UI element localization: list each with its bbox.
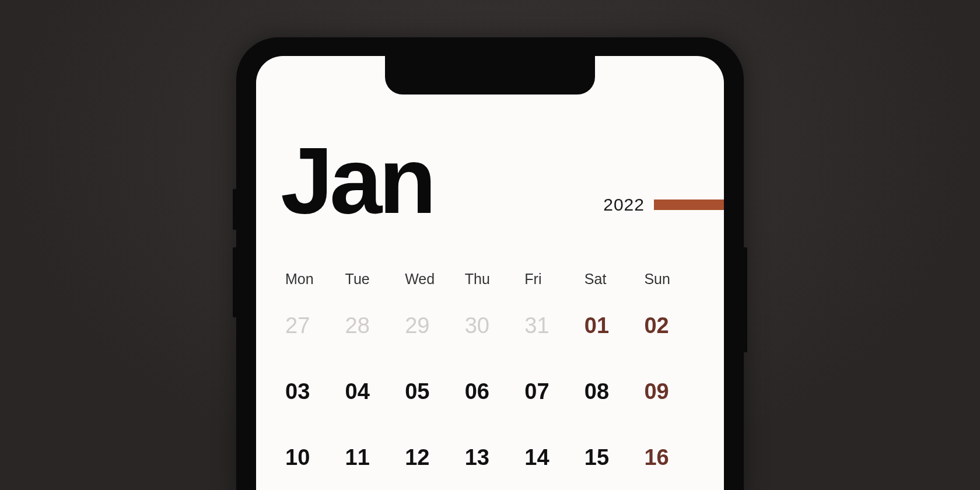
date-cell[interactable]: 04	[341, 379, 401, 404]
phone-notch	[385, 56, 595, 94]
date-cell[interactable]: 12	[400, 445, 460, 470]
date-cell[interactable]: 06	[460, 379, 520, 404]
date-cell[interactable]: 29	[400, 313, 460, 338]
date-cell[interactable]: 05	[400, 379, 460, 404]
date-cell[interactable]: 27	[281, 313, 341, 338]
weekday-sun: Sun	[639, 271, 699, 288]
weekday-fri: Fri	[520, 271, 580, 288]
date-cell[interactable]: 07	[520, 379, 580, 404]
date-row: 03040506070809	[281, 379, 699, 404]
date-cell[interactable]: 14	[520, 445, 580, 470]
date-cell[interactable]: 02	[639, 313, 699, 338]
weekday-wed: Wed	[400, 271, 460, 288]
volume-down-button	[233, 247, 236, 317]
date-cell[interactable]: 31	[520, 313, 580, 338]
year-accent-bar	[654, 200, 724, 210]
year-label: 2022	[603, 195, 645, 215]
year-wrap: 2022	[603, 195, 699, 223]
date-cell[interactable]: 09	[639, 379, 699, 404]
date-cell[interactable]: 11	[341, 445, 401, 470]
date-cell[interactable]: 13	[460, 445, 520, 470]
weekday-mon: Mon	[281, 271, 341, 288]
calendar-header: Jan 2022	[281, 138, 699, 223]
volume-up-button	[233, 189, 236, 230]
power-button	[744, 247, 747, 352]
weekday-sat: Sat	[580, 271, 640, 288]
phone-screen: Jan 2022 Mon Tue Wed Thu Fri Sat Sun 272…	[256, 56, 724, 490]
weekday-thu: Thu	[460, 271, 520, 288]
date-cell[interactable]: 30	[460, 313, 520, 338]
date-row: 27282930310102	[281, 313, 699, 338]
date-row: 10111213141516	[281, 445, 699, 470]
date-cell[interactable]: 08	[580, 379, 640, 404]
date-cell[interactable]: 03	[281, 379, 341, 404]
weekday-row: Mon Tue Wed Thu Fri Sat Sun	[281, 271, 699, 288]
calendar-body: 2728293031010203040506070809101112131415…	[281, 313, 699, 470]
date-cell[interactable]: 01	[580, 313, 640, 338]
phone-frame: Jan 2022 Mon Tue Wed Thu Fri Sat Sun 272…	[236, 37, 744, 490]
month-title: Jan	[281, 138, 433, 223]
date-cell[interactable]: 15	[580, 445, 640, 470]
weekday-tue: Tue	[341, 271, 401, 288]
date-cell[interactable]: 16	[639, 445, 699, 470]
date-cell[interactable]: 28	[341, 313, 401, 338]
date-cell[interactable]: 10	[281, 445, 341, 470]
